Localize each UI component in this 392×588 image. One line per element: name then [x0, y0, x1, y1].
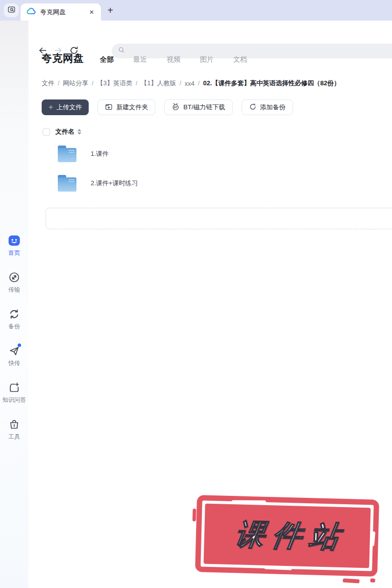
stamp-border: 课件站 [195, 495, 379, 577]
workspace-search-button[interactable] [4, 3, 19, 17]
add-backup-label: 添加备份 [260, 103, 286, 112]
new-tab-button[interactable]: + [104, 4, 117, 17]
sidebar-item-home[interactable]: 首页 [0, 234, 28, 271]
breadcrumb-item[interactable]: 网站分享 [63, 79, 88, 88]
sidebar: 首页 传输 [0, 21, 28, 588]
window-search-icon [7, 5, 16, 16]
notification-dot [18, 343, 21, 347]
knowledge-qa-icon [8, 381, 21, 394]
file-list-header: 文件名 [42, 127, 392, 136]
breadcrumb-current: 02.【课件多套】高中英语选择性必修四（82份） [203, 79, 340, 88]
view-tabs: 全部 最近 视频 图片 文档 [100, 55, 247, 64]
breadcrumb-item[interactable]: xx4 [185, 80, 195, 87]
tab-documents[interactable]: 文档 [233, 55, 247, 64]
sidebar-label: 传输 [8, 286, 20, 294]
main-content: 夸克网盘 全部 最近 视频 图片 文档 文件 / 网站分享 / 【3】英语类 /… [28, 41, 392, 229]
svg-text:BT: BT [174, 106, 178, 109]
watermark-stamp: 课件站 [195, 495, 379, 577]
sidebar-item-tools[interactable]: 工具 [0, 418, 28, 455]
tab-images[interactable]: 图片 [200, 55, 214, 64]
add-backup-button[interactable]: 添加备份 [242, 99, 293, 115]
breadcrumb-separator: / [136, 80, 137, 87]
quick-send-icon [8, 344, 21, 357]
sync-circle-icon [249, 103, 260, 112]
tab-videos[interactable]: 视频 [167, 55, 180, 64]
file-rows: 1.课件 2.课件+课时练习 [42, 139, 392, 198]
sidebar-item-backup[interactable]: 备份 [0, 308, 28, 344]
file-name: 2.课件+课时练习 [91, 179, 138, 188]
file-row[interactable]: 1.课件 [42, 139, 392, 169]
tab-title: 夸克网盘 [40, 8, 88, 17]
bt-tv-icon: BT [172, 102, 183, 112]
sidebar-label: 快传 [8, 359, 20, 368]
tab-recent[interactable]: 最近 [133, 55, 147, 64]
file-row[interactable]: 2.课件+课时练习 [42, 169, 392, 198]
tab-all[interactable]: 全部 [100, 55, 114, 64]
sidebar-item-transfer[interactable]: 传输 [0, 271, 28, 308]
file-name: 1.课件 [91, 149, 109, 158]
transfer-icon [8, 271, 21, 284]
folder-icon [58, 175, 76, 192]
breadcrumb-item[interactable]: 文件 [42, 79, 54, 88]
bt-magnet-download-button[interactable]: BT BT/磁力链下载 [164, 99, 232, 115]
backup-sync-icon [8, 308, 21, 320]
breadcrumb-item[interactable]: 【3】英语类 [97, 79, 132, 88]
toolbox-icon [8, 418, 21, 431]
upload-file-label: 上传文件 [56, 103, 82, 112]
folder-plus-icon [105, 103, 116, 112]
browser-tabbar: 夸克网盘 ✕ + [0, 0, 392, 21]
plus-icon: + [49, 103, 53, 112]
quark-drive-page: 夸克网盘 ✕ + [0, 0, 392, 588]
browser-toolbar [0, 21, 392, 41]
select-all-checkbox[interactable] [43, 128, 50, 136]
page-title: 夸克网盘 [42, 51, 84, 65]
close-icon[interactable]: ✕ [88, 8, 95, 17]
upload-file-button[interactable]: + 上传文件 [42, 99, 89, 115]
sidebar-item-knowledge-qa[interactable]: 知识问答 [0, 381, 28, 418]
action-bar: + 上传文件 新建文件夹 BT [42, 99, 392, 115]
stamp-text: 课件站 [224, 514, 350, 557]
sidebar-label: 首页 [8, 249, 20, 257]
breadcrumb-separator: / [180, 80, 181, 87]
new-folder-label: 新建文件夹 [116, 103, 148, 112]
quark-logo-icon [26, 6, 36, 18]
sidebar-label: 工具 [8, 433, 20, 441]
breadcrumb-item[interactable]: 【1】人教版 [141, 79, 176, 88]
breadcrumb-separator: / [58, 80, 59, 87]
breadcrumb: 文件 / 网站分享 / 【3】英语类 / 【1】人教版 / xx4 / 02.【… [42, 79, 392, 88]
browser-tab[interactable]: 夸克网盘 ✕ [21, 3, 101, 21]
upload-dropzone[interactable] [46, 208, 392, 229]
home-smiley-icon [8, 234, 21, 247]
sidebar-label: 备份 [8, 322, 20, 331]
sort-icon[interactable] [77, 129, 81, 135]
breadcrumb-separator: / [92, 80, 93, 87]
sidebar-item-quick-send[interactable]: 快传 [0, 344, 28, 381]
sidebar-label: 知识问答 [2, 396, 26, 404]
breadcrumb-separator: / [198, 80, 199, 87]
file-name-column-header: 文件名 [55, 127, 74, 136]
bt-download-label: BT/磁力链下载 [183, 103, 225, 112]
new-folder-button[interactable]: 新建文件夹 [98, 99, 155, 115]
folder-icon [58, 146, 76, 162]
